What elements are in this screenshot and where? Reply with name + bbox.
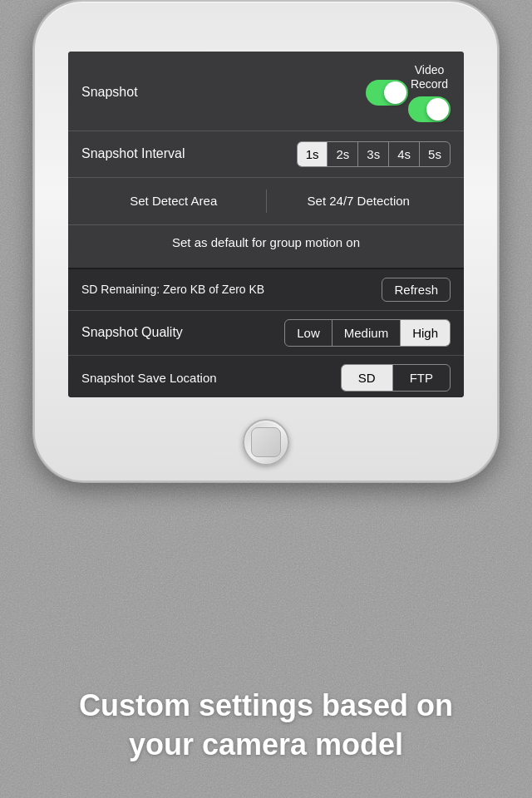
quality-btn-high[interactable]: High: [401, 320, 450, 346]
snapshot-toggle-group: Snapshot: [81, 80, 408, 106]
home-button-inner: [251, 427, 281, 457]
snapshot-toggle-knob: [384, 81, 406, 104]
save-location-row: Snapshot Save Location SD FTP: [81, 356, 451, 397]
save-btn-sd[interactable]: SD: [342, 365, 393, 391]
footer-line2: your camera model: [129, 727, 403, 761]
set-detect-area-button[interactable]: Set Detect Area: [81, 190, 266, 211]
home-button[interactable]: [243, 419, 289, 466]
set-24-7-button[interactable]: Set 24/7 Detection: [267, 190, 451, 211]
footer-line1: Custom settings based on: [79, 688, 453, 722]
save-segment-control: SD FTP: [341, 364, 451, 392]
video-record-label: VideoRecord: [411, 63, 448, 91]
save-location-label: Snapshot Save Location: [81, 371, 341, 385]
section-bottom: SD Remaining: Zero KB of Zero KB Refresh…: [68, 268, 464, 397]
snapshot-quality-label: Snapshot Quality: [81, 325, 284, 340]
interval-btn-5s[interactable]: 5s: [420, 142, 450, 166]
quality-btn-medium[interactable]: Medium: [332, 320, 401, 346]
phone-screen: Snapshot VideoRecord Snapshot Interval: [68, 52, 464, 397]
snapshot-interval-label: Snapshot Interval: [81, 146, 297, 161]
sd-remaining-text: SD Remaining: Zero KB of Zero KB: [81, 283, 382, 296]
video-record-toggle[interactable]: [408, 96, 451, 122]
save-btn-ftp[interactable]: FTP: [393, 365, 450, 391]
interval-segment-control: 1s 2s 3s 4s 5s: [297, 141, 451, 167]
detect-area-row: Set Detect Area Set 24/7 Detection: [81, 178, 451, 224]
snapshot-interval-row: Snapshot Interval 1s 2s 3s 4s 5s: [81, 131, 451, 177]
snapshot-toggle[interactable]: [366, 80, 408, 106]
interval-btn-1s[interactable]: 1s: [298, 142, 328, 166]
set-default-group-motion-button[interactable]: Set as default for group motion on: [81, 225, 451, 259]
refresh-button[interactable]: Refresh: [382, 278, 451, 302]
quality-segment-control: Low Medium High: [284, 319, 451, 347]
video-record-toggle-group: VideoRecord: [408, 63, 451, 122]
sd-remaining-row: SD Remaining: Zero KB of Zero KB Refresh: [81, 269, 451, 310]
phone-shell: Snapshot VideoRecord Snapshot Interval: [33, 0, 499, 482]
interval-btn-4s[interactable]: 4s: [389, 142, 420, 166]
snapshot-label: Snapshot: [81, 85, 357, 100]
footer-text: Custom settings based on your camera mod…: [0, 687, 532, 765]
snapshot-quality-row: Snapshot Quality Low Medium High: [81, 311, 451, 355]
interval-btn-2s[interactable]: 2s: [328, 142, 358, 166]
quality-btn-low[interactable]: Low: [285, 320, 332, 346]
section-top: Snapshot VideoRecord Snapshot Interval: [68, 52, 464, 268]
video-record-toggle-knob: [426, 98, 449, 121]
interval-btn-3s[interactable]: 3s: [358, 142, 389, 166]
top-row: Snapshot VideoRecord: [81, 52, 451, 131]
